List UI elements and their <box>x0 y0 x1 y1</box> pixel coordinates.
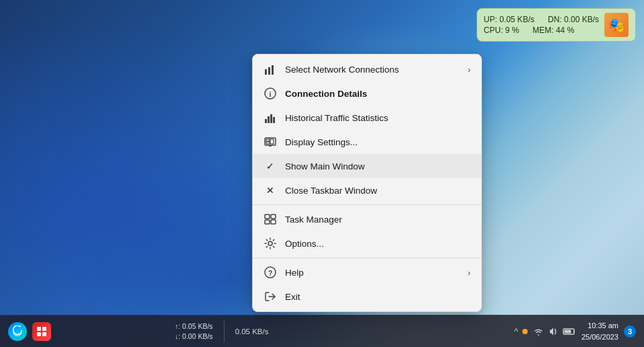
svg-rect-10 <box>266 139 270 141</box>
menu-divider-2 <box>253 258 481 258</box>
total-speed: 0.05 KB/s <box>235 327 269 336</box>
menu-item-select-network[interactable]: Select Network Connections › <box>253 57 481 81</box>
svg-rect-8 <box>273 117 275 123</box>
help-arrow-icon: › <box>468 268 471 278</box>
svg-rect-7 <box>270 114 272 123</box>
svg-text:i: i <box>269 90 271 98</box>
help-label: Help <box>285 268 460 278</box>
display-icon <box>264 135 277 149</box>
checkmark-icon: ✓ <box>264 161 277 171</box>
notification-badge[interactable]: 3 <box>624 325 636 338</box>
menu-item-close-taskbar[interactable]: ✕ Close Taskbar Window <box>253 178 481 202</box>
taskbar-traffic-center: ↑: 0.05 KB/s ↓: 0.00 KB/s 0.05 KB/s <box>175 321 269 342</box>
svg-rect-16 <box>265 220 270 224</box>
task-manager-icon <box>264 213 277 226</box>
battery-icon <box>563 327 576 336</box>
menu-item-help[interactable]: ? Help › <box>253 260 481 284</box>
cpu-usage: CPU: 9 % <box>484 26 520 35</box>
show-main-window-label: Show Main Window <box>285 161 471 171</box>
menu-item-historical-traffic[interactable]: Historical Traffic Statistics <box>253 106 481 130</box>
svg-rect-11 <box>266 142 270 144</box>
svg-rect-24 <box>37 332 41 336</box>
wifi-icon[interactable] <box>533 327 544 336</box>
taskbar-clock[interactable]: 10:35 am 25/06/2023 <box>581 320 618 342</box>
svg-rect-5 <box>265 119 267 123</box>
histogram-icon <box>264 111 277 124</box>
svg-rect-14 <box>265 215 270 219</box>
context-menu: Select Network Connections › i Connectio… <box>252 54 482 312</box>
menu-item-options[interactable]: Options... <box>253 231 481 256</box>
select-network-label: Select Network Connections <box>285 65 460 75</box>
svg-point-18 <box>268 241 272 245</box>
sound-icon[interactable] <box>548 326 559 337</box>
menu-item-connection-details[interactable]: i Connection Details <box>253 81 481 106</box>
download-speed: DN: 0.00 KB/s <box>548 15 599 24</box>
desktop: UP: 0.05 KB/s DN: 0.00 KB/s CPU: 9 % MEM… <box>0 0 644 347</box>
svg-rect-12 <box>270 139 274 144</box>
historical-traffic-label: Historical Traffic Statistics <box>285 113 471 123</box>
svg-rect-0 <box>265 69 267 75</box>
menu-item-exit[interactable]: Exit <box>253 284 481 309</box>
arrow-icon: › <box>468 65 471 75</box>
tray-expand-icon[interactable]: ^ <box>514 326 518 336</box>
close-taskbar-label: Close Taskbar Window <box>285 186 471 196</box>
taskbar-apps <box>8 322 51 341</box>
notification-dot <box>522 329 528 334</box>
app-icon-red[interactable] <box>32 322 51 341</box>
connection-details-label: Connection Details <box>285 89 471 99</box>
mem-usage: MEM: 44 % <box>532 26 574 35</box>
edge-browser-icon[interactable] <box>8 322 27 341</box>
exit-label: Exit <box>285 292 471 302</box>
help-icon: ? <box>264 266 277 279</box>
display-settings-label: Display Settings... <box>285 137 471 147</box>
upload-speed: UP: 0.05 KB/s <box>484 15 534 24</box>
menu-divider-1 <box>253 204 481 205</box>
svg-rect-2 <box>272 65 274 75</box>
avatar: 🎭 <box>604 13 629 37</box>
info-icon: i <box>264 87 277 100</box>
bar-chart-icon <box>264 63 277 76</box>
svg-rect-22 <box>37 327 41 331</box>
svg-rect-23 <box>42 327 46 331</box>
menu-item-display-settings[interactable]: Display Settings... <box>253 130 481 154</box>
menu-item-show-main-window[interactable]: ✓ Show Main Window <box>253 154 481 178</box>
status-text: UP: 0.05 KB/s DN: 0.00 KB/s CPU: 9 % MEM… <box>484 15 599 35</box>
options-label: Options... <box>285 239 471 249</box>
system-tray: ^ <box>514 326 576 337</box>
download-stat: ↓: 0.00 KB/s <box>175 332 213 342</box>
traffic-stats: ↑: 0.05 KB/s ↓: 0.00 KB/s <box>175 321 213 341</box>
upload-stat: ↑: 0.05 KB/s <box>175 321 213 332</box>
svg-rect-25 <box>42 332 46 336</box>
svg-rect-17 <box>271 220 276 224</box>
date-display: 25/06/2023 <box>581 332 618 343</box>
svg-text:?: ? <box>268 269 273 277</box>
menu-item-task-manager[interactable]: Task Manager <box>253 207 481 231</box>
taskbar: ↑: 0.05 KB/s ↓: 0.00 KB/s 0.05 KB/s ^ <box>0 315 644 347</box>
taskbar-tray: ^ <box>514 320 636 342</box>
svg-rect-6 <box>268 116 270 123</box>
svg-rect-1 <box>268 67 270 75</box>
task-manager-label: Task Manager <box>285 215 471 225</box>
svg-rect-15 <box>271 215 276 219</box>
gear-icon <box>264 237 277 250</box>
time-display: 10:35 am <box>581 320 618 332</box>
x-icon: ✕ <box>264 185 277 196</box>
status-widget[interactable]: UP: 0.05 KB/s DN: 0.00 KB/s CPU: 9 % MEM… <box>477 8 636 42</box>
svg-rect-27 <box>564 330 571 333</box>
exit-icon <box>264 290 277 303</box>
